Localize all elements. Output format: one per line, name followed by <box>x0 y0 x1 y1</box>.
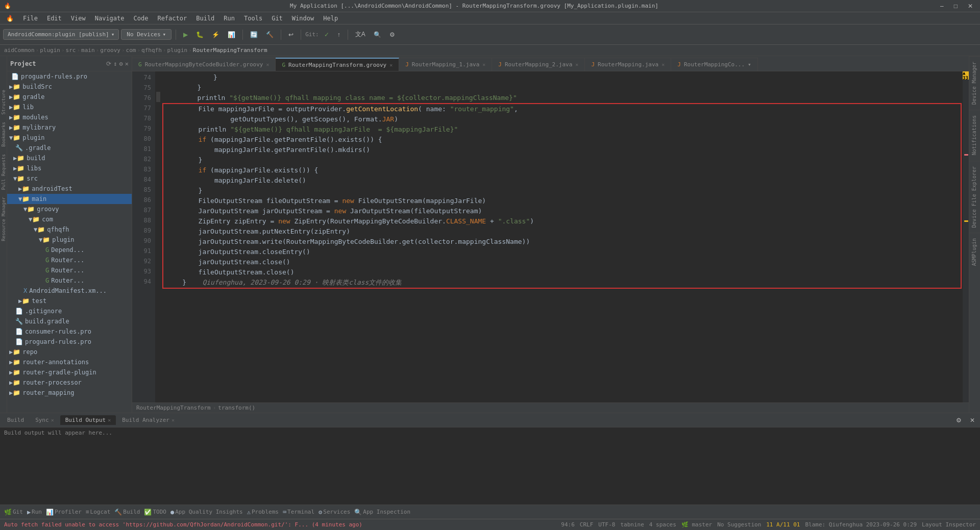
bottom-close-button[interactable]: ✕ <box>967 415 978 426</box>
tab-mapping-2[interactable]: J RouterMapping_2.java ✕ <box>492 58 585 71</box>
sidebar-sync-icon[interactable]: ⟳ <box>106 60 111 67</box>
build-output-tab[interactable]: Build Output ✕ <box>60 415 116 425</box>
device-file-explorer-tab[interactable]: Device File Explorer <box>969 161 980 233</box>
tree-item[interactable]: 📄 .gitignore <box>7 306 132 316</box>
menu-item-code[interactable]: Code <box>130 14 153 23</box>
tab-mapping-java[interactable]: J RouterMapping.java ✕ <box>585 58 671 71</box>
menu-item-git[interactable]: Git <box>267 14 287 23</box>
menu-item-refactor[interactable]: Refactor <box>153 14 191 23</box>
tree-item[interactable]: 📄 proguard-rules.pro <box>7 71 132 82</box>
tree-item[interactable]: ▶ 📁 router-gradle-plugin <box>7 367 132 377</box>
asmplugin-tab[interactable]: ASMPlugin <box>969 233 980 271</box>
project-config-dropdown[interactable]: AndroidCommon:plugin [publish] ▾ <box>3 29 119 40</box>
tab-close-icon[interactable]: ✕ <box>575 62 578 67</box>
menu-item-tools[interactable]: Tools <box>240 14 266 23</box>
tree-item[interactable]: ▶ 📁 lib <box>7 102 132 112</box>
menu-item-edit[interactable]: Edit <box>43 14 66 23</box>
git-ok-button[interactable]: ✓ <box>321 29 332 40</box>
breadcrumb-part[interactable]: main <box>81 47 95 54</box>
sync-tab[interactable]: Sync ✕ <box>30 415 59 425</box>
tree-item[interactable]: ▶ 📁 libs <box>7 163 132 173</box>
tree-item[interactable]: ▶ 📁 test <box>7 296 132 306</box>
gradle-sync-button[interactable]: 🔄 <box>247 29 261 40</box>
search-everywhere-button[interactable]: 🔍 <box>371 29 384 40</box>
tree-item[interactable]: ▶ 📁 router-annotations <box>7 357 132 367</box>
build-output-close[interactable]: ✕ <box>108 417 111 423</box>
line-ending[interactable]: CRLF <box>580 521 594 528</box>
menu-item-🔥[interactable]: 🔥 <box>2 14 18 23</box>
indent-setting[interactable]: 4 spaces <box>649 521 676 528</box>
tree-item[interactable]: G Router... <box>7 255 132 265</box>
minimize-button[interactable]: – <box>937 1 947 12</box>
tree-item[interactable]: G Depend... <box>7 245 132 255</box>
menu-item-build[interactable]: Build <box>192 14 218 23</box>
problems-strip-item[interactable]: ⚠ Problems <box>247 509 279 516</box>
git-push-button[interactable]: ↑ <box>334 29 344 40</box>
sidebar-collapse-icon[interactable]: ↕ <box>113 60 117 67</box>
tree-item[interactable]: X AndroidManifest.xm... <box>7 286 132 296</box>
tree-item[interactable]: G Router... <box>7 265 132 275</box>
services-strip-item[interactable]: ⚙ Services <box>318 509 350 516</box>
cursor-position[interactable]: 94:6 <box>561 521 575 528</box>
menu-item-file[interactable]: File <box>19 14 42 23</box>
tree-item[interactable]: ▶ 📁 build <box>7 153 132 163</box>
tree-item[interactable]: 📄 consumer-rules.pro <box>7 326 132 337</box>
structure-tab[interactable]: Structure <box>0 87 7 118</box>
sidebar-close-icon[interactable]: ✕ <box>125 60 129 67</box>
git-strip-item[interactable]: 🌿 Git <box>4 509 23 516</box>
file-encoding[interactable]: UTF-8 <box>598 521 615 528</box>
tree-item[interactable]: ▶ 📁 modules <box>7 112 132 122</box>
bottom-settings-button[interactable]: ⚙ <box>953 415 965 426</box>
notifications-tab[interactable]: Notifications <box>969 110 980 160</box>
tab-byte-code-builder[interactable]: G RouterMappingByteCodeBuilder.groovy ✕ <box>132 58 276 71</box>
device-manager-tab[interactable]: Device Manager <box>969 56 980 110</box>
menu-item-run[interactable]: Run <box>219 14 239 23</box>
tab-close-icon[interactable]: ✕ <box>482 62 485 67</box>
tree-item[interactable]: ▶ 📁 router-processor <box>7 377 132 388</box>
breadcrumb-part[interactable]: plugin <box>40 47 60 54</box>
translate-button[interactable]: 文A <box>352 28 369 41</box>
tab-close-icon[interactable]: ✕ <box>266 62 269 67</box>
git-branch[interactable]: 🌿 master <box>681 521 712 528</box>
tabnine-status[interactable]: tabnine <box>620 521 644 528</box>
maximize-button[interactable]: □ <box>951 1 961 12</box>
tab-transform[interactable]: G RouterMappingTransform.groovy ✕ <box>276 58 399 71</box>
settings-button[interactable]: ⚙ <box>386 29 398 40</box>
tree-item[interactable]: ▶ 📁 router_mapping <box>7 388 132 398</box>
build-button[interactable]: 🔨 <box>263 29 277 40</box>
breadcrumb-part[interactable]: aidCommon <box>4 47 35 54</box>
tree-item[interactable]: ▶ 📁 repo <box>7 347 132 357</box>
tab-mapping-co[interactable]: J RouterMappingCo... ▾ <box>671 58 757 71</box>
tree-item[interactable]: ▼ 📁 com <box>7 214 132 224</box>
tree-item[interactable]: ▼ 📁 plugin <box>7 235 132 245</box>
breadcrumb-part[interactable]: plugin <box>167 47 187 54</box>
tree-item[interactable]: ▼ 📁 src <box>7 173 132 184</box>
tree-item[interactable]: 🔧 build.gradle <box>7 316 132 326</box>
breadcrumb-part[interactable]: groovy <box>100 47 120 54</box>
tree-item[interactable]: ▶ 📁 gradle <box>7 92 132 102</box>
coverage-button[interactable]: ⚡ <box>209 29 223 40</box>
no-suggestion[interactable]: No Suggestion <box>717 521 761 528</box>
tab-close-icon[interactable]: ✕ <box>662 62 665 67</box>
tree-item[interactable]: ▼ 📁 qfhqfh <box>7 224 132 235</box>
tree-item[interactable]: ▼ 📁 plugin <box>7 133 132 143</box>
sidebar-settings-icon[interactable]: ⚙ <box>119 60 123 67</box>
tree-item[interactable]: 🔧 .gradle <box>7 143 132 153</box>
tree-item[interactable]: ▼ 📁 groovy <box>7 204 132 214</box>
tree-item[interactable]: ▶ 📁 androidTest <box>7 184 132 194</box>
breadcrumb-part[interactable]: qfhqfh <box>141 47 162 54</box>
code-editor[interactable]: } } println "${getName()} qfhall mapping… <box>161 71 963 402</box>
pull-requests-tab[interactable]: Pull Requests <box>0 151 7 193</box>
tab-close-icon[interactable]: ✕ <box>389 62 393 68</box>
build-analyzer-close[interactable]: ✕ <box>172 417 175 423</box>
warning-count[interactable]: 11 A/11 01 <box>766 521 800 528</box>
resource-manager-tab[interactable]: Resource Manager <box>0 194 7 244</box>
tree-item[interactable]: ▶ 📁 mylibrary <box>7 122 132 133</box>
todo-strip-item[interactable]: ✅ TODO <box>144 509 166 516</box>
bookmarks-tab[interactable]: Bookmarks <box>0 119 7 150</box>
build-tab[interactable]: Build <box>2 415 29 425</box>
breadcrumb-part[interactable]: RouterMappingTransform <box>193 47 267 54</box>
tree-item-main[interactable]: ▼ 📁 main <box>7 194 132 204</box>
terminal-strip-item[interactable]: ⌨ Terminal <box>283 509 314 516</box>
build-strip-item[interactable]: 🔨 Build <box>114 509 140 516</box>
